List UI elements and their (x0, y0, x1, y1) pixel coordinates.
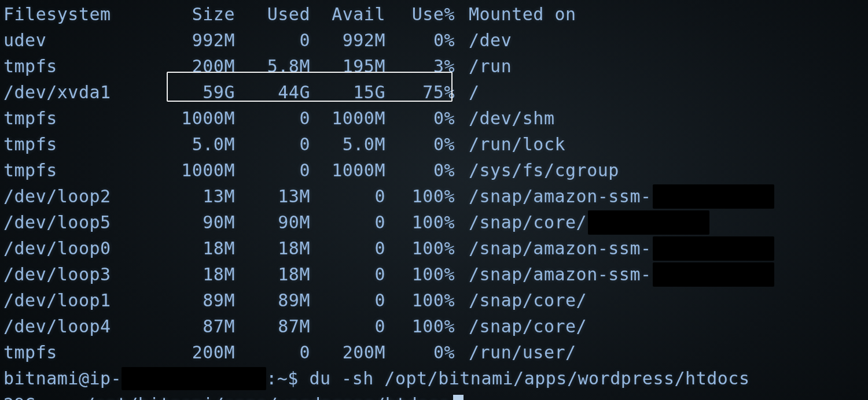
cell-fs: tmpfs (3, 58, 160, 75)
df-row: tmpfs 1000M 0 1000M 0% /dev/shm (0, 105, 868, 131)
cell-fs: /dev/loop3 (3, 266, 160, 283)
cell-used: 5.8M (235, 58, 310, 75)
df-row: /dev/loop1 89M 89M 0 100% /snap/core/ (0, 287, 868, 313)
hdr-avail: Avail (310, 6, 385, 23)
redacted-ip (122, 367, 266, 390)
df-row: tmpfs 1000M 0 1000M 0% /sys/fs/cgroup (0, 157, 868, 183)
cell-size: 18M (160, 266, 235, 283)
cell-avail: 0 (310, 318, 385, 335)
cell-fs: /dev/loop5 (3, 214, 160, 231)
cell-pct: 100% (385, 266, 455, 283)
redacted-block (653, 262, 774, 287)
df-row: /dev/loop3 18M 18M 0 100% /snap/amazon-s… (0, 261, 868, 287)
cell-size: 5.0M (160, 136, 235, 153)
redacted-block (588, 210, 709, 235)
redacted-block (653, 236, 774, 261)
cell-size: 89M (160, 292, 235, 309)
cell-mnt: /snap/amazon-ssm- (469, 266, 652, 283)
cell-fs: tmpfs (3, 162, 160, 179)
cell-mnt: /run (469, 58, 512, 75)
cell-used: 90M (235, 214, 310, 231)
cell-used: 0 (235, 344, 310, 361)
prompt-suffix: :~$ (266, 370, 309, 387)
cell-used: 0 (235, 136, 310, 153)
cell-avail: 0 (310, 292, 385, 309)
cell-mnt: /run/user/ (469, 344, 576, 361)
cell-fs: /dev/loop4 (3, 318, 160, 335)
cell-pct: 100% (385, 292, 455, 309)
typed-command: du -sh /opt/bitnami/apps/wordpress/htdoc… (309, 370, 749, 387)
cell-size: 13M (160, 188, 235, 205)
hdr-mounted: Mounted on (469, 6, 576, 23)
cell-pct: 0% (385, 162, 455, 179)
df-row: udev 992M 0 992M 0% /dev (0, 27, 868, 53)
cell-mnt: /run/lock (469, 136, 565, 153)
cell-avail: 0 (310, 240, 385, 257)
cell-avail: 5.0M (310, 136, 385, 153)
cell-pct: 0% (385, 110, 455, 127)
cell-avail: 0 (310, 266, 385, 283)
du-path: /opt/bitnami/apps/wordpress/htdocs (84, 396, 450, 401)
cell-fs: /dev/loop0 (3, 240, 160, 257)
cell-avail: 992M (310, 32, 385, 49)
cell-pct: 100% (385, 214, 455, 231)
df-row: /dev/loop0 18M 18M 0 100% /snap/amazon-s… (0, 235, 868, 261)
prompt-user-host: bitnami@ip- (3, 370, 122, 387)
df-row: tmpfs 200M 0 200M 0% /run/user/ (0, 339, 868, 365)
cell-pct: 100% (385, 318, 455, 335)
cell-fs: tmpfs (3, 136, 160, 153)
cell-used: 89M (235, 292, 310, 309)
cell-avail: 1000M (310, 162, 385, 179)
terminal-screen[interactable]: Filesystem Size Used Avail Use% Mounted … (0, 0, 868, 400)
cell-fs: tmpfs (3, 110, 160, 127)
cell-avail: 200M (310, 344, 385, 361)
cell-pct: 100% (385, 188, 455, 205)
cell-pct: 3% (385, 58, 455, 75)
cell-fs: udev (3, 32, 160, 49)
cell-used: 0 (235, 110, 310, 127)
cell-used: 18M (235, 266, 310, 283)
cell-avail: 195M (310, 58, 385, 75)
cell-used: 44G (235, 84, 310, 101)
cell-avail: 0 (310, 214, 385, 231)
df-row: /dev/loop5 90M 90M 0 100% /snap/core/ (0, 209, 868, 235)
cell-size: 90M (160, 214, 235, 231)
cell-fs: /dev/loop2 (3, 188, 160, 205)
cell-size: 992M (160, 32, 235, 49)
cell-mnt: /snap/amazon-ssm- (469, 188, 652, 205)
df-row: tmpfs 200M 5.8M 195M 3% /run (0, 53, 868, 79)
cell-used: 87M (235, 318, 310, 335)
cell-size: 200M (160, 58, 235, 75)
cell-pct: 0% (385, 32, 455, 49)
cell-size: 18M (160, 240, 235, 257)
cell-mnt: /snap/core/ (469, 318, 587, 335)
shell-prompt-line[interactable]: bitnami@ip-:~$ du -sh /opt/bitnami/apps/… (0, 365, 868, 391)
cell-pct: 0% (385, 344, 455, 361)
cell-used: 18M (235, 240, 310, 257)
redacted-block (653, 184, 774, 209)
cell-used: 0 (235, 162, 310, 179)
hdr-size: Size (160, 6, 235, 23)
cell-avail: 15G (310, 84, 385, 101)
du-size: 29G (3, 396, 84, 401)
cell-avail: 1000M (310, 110, 385, 127)
cell-fs: tmpfs (3, 344, 160, 361)
cell-size: 1000M (160, 162, 235, 179)
hdr-used: Used (235, 6, 310, 23)
cell-mnt: /snap/core/ (469, 214, 587, 231)
cell-used: 13M (235, 188, 310, 205)
cell-mnt: /snap/core/ (469, 292, 587, 309)
cell-pct: 75% (385, 84, 455, 101)
cell-mnt: /sys/fs/cgroup (469, 162, 619, 179)
cell-avail: 0 (310, 188, 385, 205)
terminal-cursor (453, 395, 464, 401)
cell-fs: /dev/xvda1 (3, 84, 160, 101)
cell-pct: 100% (385, 240, 455, 257)
cell-size: 59G (160, 84, 235, 101)
cell-size: 1000M (160, 110, 235, 127)
hdr-filesystem: Filesystem (3, 6, 160, 23)
df-row: /dev/loop2 13M 13M 0 100% /snap/amazon-s… (0, 183, 868, 209)
df-row: tmpfs 5.0M 0 5.0M 0% /run/lock (0, 131, 868, 157)
df-row-highlighted: /dev/xvda1 59G 44G 15G 75% / (0, 79, 868, 105)
cell-mnt: / (469, 84, 480, 101)
